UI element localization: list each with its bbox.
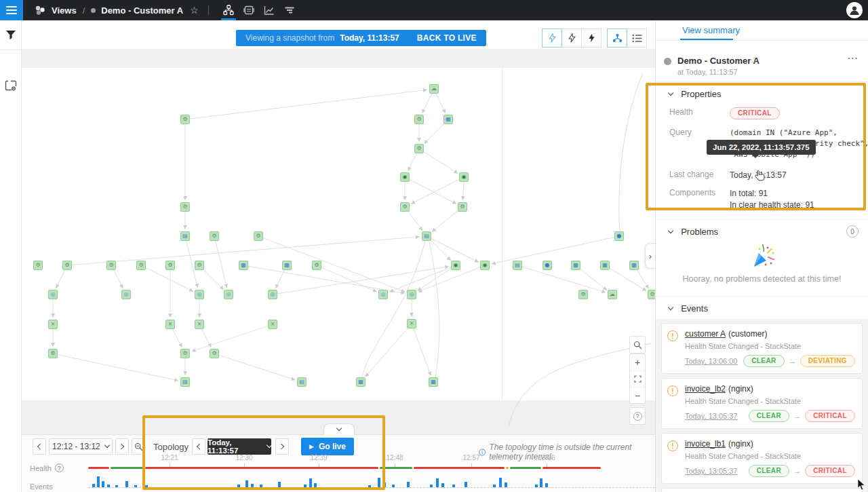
go-live-button[interactable]: ▶ Go live xyxy=(301,438,354,455)
event-bar[interactable] xyxy=(368,485,371,487)
topology-node[interactable]: ⚙ xyxy=(210,349,219,358)
topology-node[interactable]: ◎ xyxy=(48,290,58,299)
topology-node[interactable]: ⚙ xyxy=(578,290,588,299)
event-bar[interactable] xyxy=(540,478,542,487)
topology-node[interactable]: ▤ xyxy=(513,261,522,270)
last-change-value[interactable]: Today, 11:13:57 xyxy=(730,170,787,181)
event-card[interactable]: !customer A(customer)Health State Change… xyxy=(661,323,863,374)
topology-view-tab[interactable] xyxy=(218,0,239,20)
more-options-button[interactable]: ⋯ xyxy=(847,52,859,64)
list-mode-button[interactable] xyxy=(627,29,647,48)
topology-node[interactable]: ▤ xyxy=(297,377,307,387)
topology-node[interactable]: ▦ xyxy=(629,261,639,270)
favorite-star-icon[interactable]: ☆ xyxy=(190,5,199,16)
health-segment[interactable] xyxy=(380,467,412,469)
event-time-link[interactable]: Today, 13:06:00 xyxy=(685,357,737,365)
topology-node[interactable]: × xyxy=(48,320,58,329)
event-bar[interactable] xyxy=(505,482,507,487)
topology-node[interactable]: ⚙ xyxy=(195,261,204,270)
topology-node[interactable]: ⚙ xyxy=(165,261,175,270)
topology-time-prev-button[interactable] xyxy=(192,438,205,455)
hamburger-menu-button[interactable] xyxy=(0,0,23,20)
topology-node[interactable]: × xyxy=(407,319,416,328)
topology-node[interactable]: × xyxy=(195,320,204,329)
topology-node[interactable]: ▦ xyxy=(429,377,438,387)
interval-prev-button[interactable] xyxy=(33,438,46,455)
event-component-link[interactable]: customer A xyxy=(685,329,726,339)
health-segment[interactable] xyxy=(414,467,505,469)
health-help-icon[interactable]: ? xyxy=(55,463,64,472)
event-bar[interactable] xyxy=(407,482,410,487)
topology-node[interactable]: ⚙ xyxy=(400,202,410,212)
timeline-collapse-tab[interactable] xyxy=(323,423,355,435)
event-bar[interactable] xyxy=(309,478,312,487)
topology-node[interactable]: ▦ xyxy=(443,115,453,124)
time-interval-dropdown[interactable]: 12:12 - 13:12 xyxy=(49,438,113,455)
topology-node[interactable]: ☁ xyxy=(608,290,617,299)
event-time-link[interactable]: Today, 13:05:37 xyxy=(685,412,737,420)
topology-node[interactable]: ⚙ xyxy=(180,202,190,212)
health-segment[interactable] xyxy=(542,467,601,469)
health-segment[interactable] xyxy=(88,467,109,469)
event-bar[interactable] xyxy=(304,485,307,487)
event-bar[interactable] xyxy=(465,482,467,487)
topology-time-dropdown[interactable]: Today, 11:13:57 xyxy=(208,438,271,455)
event-component-link[interactable]: invoice_lb2 xyxy=(685,384,726,394)
topology-canvas[interactable]: ☁⚙▦⚙◉◉⚙⚙▤⚙⚙▤⚙⚙●⚙⚙⚙⚙⚙⚙▦▦⚙◉◉▤●▦▦▦◎◎◎◎◎◎◎⚙☁… xyxy=(22,49,655,434)
topology-node[interactable]: × xyxy=(165,320,175,329)
topology-node[interactable]: ⚙ xyxy=(62,261,72,270)
event-component-link[interactable]: invoice_lb1 xyxy=(685,439,726,449)
events-view-tab[interactable] xyxy=(239,0,259,20)
event-bar[interactable] xyxy=(383,482,386,487)
topology-node[interactable]: ☁ xyxy=(429,84,439,94)
events-header[interactable]: Events xyxy=(656,297,868,319)
interval-next-button[interactable] xyxy=(115,438,129,455)
event-bar[interactable] xyxy=(545,483,548,487)
event-bar[interactable] xyxy=(115,485,118,487)
health-segment[interactable] xyxy=(510,467,541,469)
event-bar[interactable] xyxy=(452,485,455,487)
topology-node[interactable]: ◎ xyxy=(195,290,204,299)
zoom-out-button[interactable]: − xyxy=(629,387,646,403)
topology-node[interactable]: ▦ xyxy=(356,377,366,387)
lightning-outline-button[interactable] xyxy=(561,29,582,48)
help-button[interactable]: ? xyxy=(629,408,646,424)
event-bar[interactable] xyxy=(430,485,433,487)
topology-node[interactable]: ⚙ xyxy=(180,349,190,358)
event-bar[interactable] xyxy=(125,481,128,487)
favorite-star-icon[interactable]: ☆ xyxy=(749,55,758,66)
event-bar[interactable] xyxy=(92,484,95,487)
event-bar[interactable] xyxy=(245,480,248,487)
event-bar[interactable] xyxy=(102,481,104,487)
topology-time-next-button[interactable] xyxy=(275,438,289,455)
event-bar[interactable] xyxy=(493,485,496,487)
event-bar[interactable] xyxy=(97,476,100,487)
topology-node[interactable]: ▦ xyxy=(239,261,248,270)
event-bar[interactable] xyxy=(392,485,395,487)
properties-header[interactable]: Properties xyxy=(656,82,868,105)
topology-node[interactable]: ⚙ xyxy=(210,231,219,241)
health-segment[interactable] xyxy=(145,467,378,469)
event-bar[interactable] xyxy=(278,482,281,487)
event-bar[interactable] xyxy=(535,485,538,487)
lightning-filled-button[interactable] xyxy=(581,29,601,48)
topology-node[interactable]: ⚙ xyxy=(48,349,58,358)
topology-node[interactable]: ◉ xyxy=(459,172,469,182)
breadcrumb-views[interactable]: Views xyxy=(52,5,77,16)
back-to-live-button[interactable]: BACK TO LIVE xyxy=(417,33,477,43)
event-bar[interactable] xyxy=(314,483,317,487)
event-card[interactable]: !invoice_lb1(nginx)Health State Changed … xyxy=(661,433,863,484)
topology-node[interactable]: ◎ xyxy=(407,290,416,299)
topology-node[interactable]: ◉ xyxy=(400,172,410,182)
topology-node[interactable]: ⚙ xyxy=(414,115,424,124)
event-bar[interactable] xyxy=(251,484,254,487)
topology-node[interactable]: ⚙ xyxy=(136,261,146,270)
topology-mode-button[interactable] xyxy=(607,29,627,48)
event-bar[interactable] xyxy=(260,485,262,487)
topology-node[interactable]: ◎ xyxy=(268,290,277,299)
topology-node[interactable]: ◉ xyxy=(480,261,490,270)
topology-node[interactable]: ● xyxy=(614,231,624,241)
tab-view-summary[interactable]: View summary xyxy=(682,25,740,35)
metrics-view-tab[interactable] xyxy=(259,0,279,20)
traces-view-tab[interactable] xyxy=(279,0,300,20)
